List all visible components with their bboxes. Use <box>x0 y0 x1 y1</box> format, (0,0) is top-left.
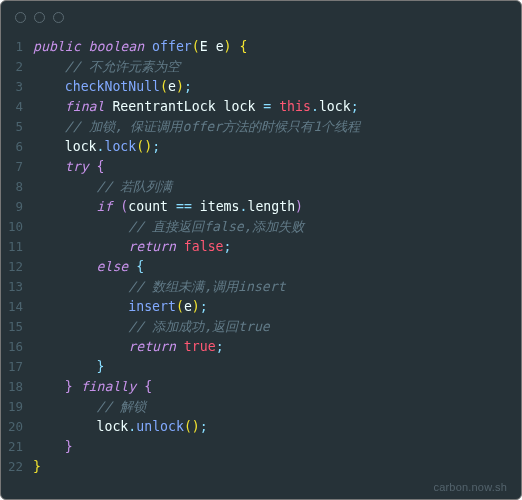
code-line: 9 if (count == items.length) <box>1 197 505 217</box>
code-line: 5 // 加锁, 保证调用offer方法的时候只有1个线程 <box>1 117 505 137</box>
code-content: // 不允许元素为空 <box>33 57 505 77</box>
line-number: 18 <box>1 377 33 397</box>
code-content: // 数组未满,调用insert <box>33 277 505 297</box>
line-number: 11 <box>1 237 33 257</box>
code-line: 4 final ReentrantLock lock = this.lock; <box>1 97 505 117</box>
code-line: 17 } <box>1 357 505 377</box>
code-line: 15 // 添加成功,返回true <box>1 317 505 337</box>
code-line: 1public boolean offer(E e) { <box>1 37 505 57</box>
code-line: 2 // 不允许元素为空 <box>1 57 505 77</box>
code-content: } <box>33 457 505 477</box>
line-number: 19 <box>1 397 33 417</box>
line-number: 12 <box>1 257 33 277</box>
line-number: 10 <box>1 217 33 237</box>
code-content: if (count == items.length) <box>33 197 505 217</box>
line-number: 22 <box>1 457 33 477</box>
code-line: 3 checkNotNull(e); <box>1 77 505 97</box>
code-area: 1public boolean offer(E e) {2 // 不允许元素为空… <box>1 35 521 477</box>
code-content: try { <box>33 157 505 177</box>
minimize-dot[interactable] <box>34 12 45 23</box>
code-line: 6 lock.lock(); <box>1 137 505 157</box>
code-content: lock.unlock(); <box>33 417 505 437</box>
code-content: return true; <box>33 337 505 357</box>
code-line: 11 return false; <box>1 237 505 257</box>
code-content: public boolean offer(E e) { <box>33 37 505 57</box>
code-content: // 直接返回false,添加失败 <box>33 217 505 237</box>
code-line: 19 // 解锁 <box>1 397 505 417</box>
code-line: 14 insert(e); <box>1 297 505 317</box>
code-content: insert(e); <box>33 297 505 317</box>
code-content: // 若队列满 <box>33 177 505 197</box>
code-content: else { <box>33 257 505 277</box>
code-line: 7 try { <box>1 157 505 177</box>
code-content: } <box>33 357 505 377</box>
line-number: 14 <box>1 297 33 317</box>
code-line: 22} <box>1 457 505 477</box>
line-number: 16 <box>1 337 33 357</box>
code-window: 1public boolean offer(E e) {2 // 不允许元素为空… <box>0 0 522 500</box>
code-line: 10 // 直接返回false,添加失败 <box>1 217 505 237</box>
code-line: 21 } <box>1 437 505 457</box>
code-content: final ReentrantLock lock = this.lock; <box>33 97 505 117</box>
line-number: 21 <box>1 437 33 457</box>
line-number: 20 <box>1 417 33 437</box>
line-number: 8 <box>1 177 33 197</box>
line-number: 1 <box>1 37 33 57</box>
code-content: return false; <box>33 237 505 257</box>
line-number: 17 <box>1 357 33 377</box>
line-number: 9 <box>1 197 33 217</box>
code-content: checkNotNull(e); <box>33 77 505 97</box>
code-line: 8 // 若队列满 <box>1 177 505 197</box>
code-content: // 添加成功,返回true <box>33 317 505 337</box>
code-content: } finally { <box>33 377 505 397</box>
line-number: 7 <box>1 157 33 177</box>
line-number: 5 <box>1 117 33 137</box>
zoom-dot[interactable] <box>53 12 64 23</box>
code-content: // 加锁, 保证调用offer方法的时候只有1个线程 <box>33 117 505 137</box>
line-number: 2 <box>1 57 33 77</box>
titlebar <box>1 1 521 33</box>
line-number: 13 <box>1 277 33 297</box>
line-number: 6 <box>1 137 33 157</box>
code-line: 18 } finally { <box>1 377 505 397</box>
code-content: // 解锁 <box>33 397 505 417</box>
code-line: 16 return true; <box>1 337 505 357</box>
close-dot[interactable] <box>15 12 26 23</box>
watermark: carbon.now.sh <box>433 481 507 493</box>
code-line: 20 lock.unlock(); <box>1 417 505 437</box>
line-number: 15 <box>1 317 33 337</box>
code-line: 12 else { <box>1 257 505 277</box>
line-number: 4 <box>1 97 33 117</box>
code-line: 13 // 数组未满,调用insert <box>1 277 505 297</box>
code-content: } <box>33 437 505 457</box>
line-number: 3 <box>1 77 33 97</box>
code-content: lock.lock(); <box>33 137 505 157</box>
